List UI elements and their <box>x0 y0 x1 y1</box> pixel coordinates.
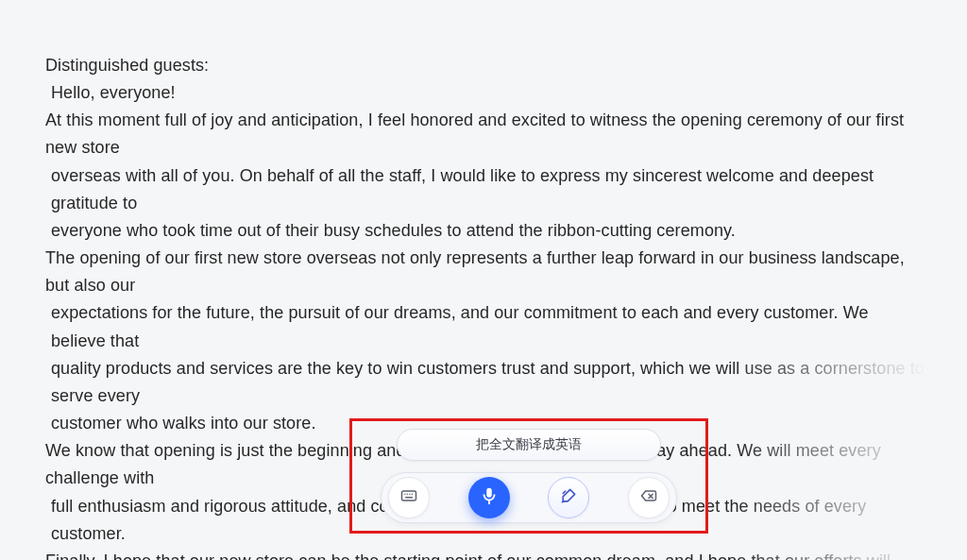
text-line: The opening of our first new store overs… <box>45 245 927 299</box>
text-line: Hello, everyone! <box>45 79 927 107</box>
edit-button[interactable] <box>548 477 589 518</box>
edit-icon <box>559 486 578 509</box>
svg-rect-0 <box>402 491 416 501</box>
translate-suggestion-label: 把全文翻译成英语 <box>476 436 582 453</box>
translate-suggestion-button[interactable]: 把全文翻译成英语 <box>397 429 661 461</box>
text-line: Distinguished guests: <box>45 52 927 79</box>
text-line: quality products and services are the ke… <box>45 355 927 410</box>
text-line: overseas with all of you. On behalf of a… <box>45 162 927 217</box>
text-line: everyone who took time out of their busy… <box>45 217 927 245</box>
microphone-icon <box>479 485 500 510</box>
text-line: expectations for the future, the pursuit… <box>45 299 927 354</box>
svg-rect-6 <box>486 488 492 498</box>
backspace-icon <box>639 486 658 509</box>
text-line: Finally, I hope that our new store can b… <box>45 548 927 560</box>
input-toolbar <box>381 472 677 523</box>
text-line: At this moment full of joy and anticipat… <box>45 107 927 161</box>
keyboard-icon <box>399 486 418 509</box>
backspace-button[interactable] <box>628 477 670 518</box>
keyboard-button[interactable] <box>388 477 430 518</box>
microphone-button[interactable] <box>468 477 510 518</box>
